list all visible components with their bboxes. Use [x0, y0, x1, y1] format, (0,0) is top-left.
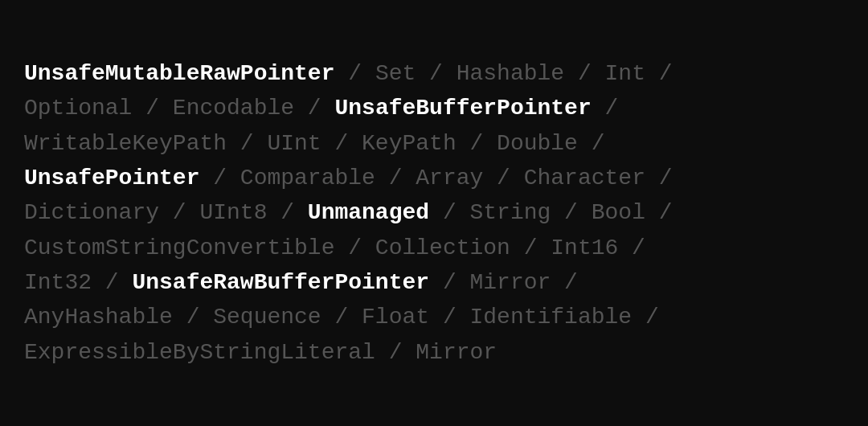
- dim-keyword: WritableKeyPath / UInt / KeyPath / Doubl…: [24, 131, 605, 156]
- bold-keyword: Unmanaged: [308, 200, 429, 225]
- dim-keyword: / Comparable / Array / Character /: [199, 166, 672, 190]
- bold-keyword: UnsafeMutableRawPointer: [24, 61, 334, 86]
- code-line: UnsafeMutableRawPointer / Set / Hashable…: [24, 56, 844, 91]
- code-line: AnyHashable / Sequence / Float / Identif…: [24, 300, 844, 334]
- dim-keyword: / Mirror /: [429, 270, 578, 295]
- code-line: Dictionary / UInt8 / Unmanaged / String …: [24, 195, 844, 230]
- dim-keyword: Optional / Encodable /: [24, 96, 334, 121]
- code-line: CustomStringConvertible / Collection / I…: [24, 231, 844, 265]
- dim-keyword: ExpressibleByStringLiteral / Mirror: [24, 340, 497, 365]
- code-display: UnsafeMutableRawPointer / Set / Hashable…: [0, 32, 868, 395]
- dim-keyword: CustomStringConvertible / Collection / I…: [24, 236, 645, 260]
- code-line: Int32 / UnsafeRawBufferPointer / Mirror …: [24, 265, 844, 300]
- dim-keyword: / Set / Hashable / Int /: [334, 61, 672, 86]
- code-line: ExpressibleByStringLiteral / Mirror: [24, 335, 844, 370]
- dim-keyword: Int32 /: [24, 270, 132, 295]
- bold-keyword: UnsafeRawBufferPointer: [132, 270, 429, 295]
- code-line: WritableKeyPath / UInt / KeyPath / Doubl…: [24, 126, 844, 161]
- dim-keyword: /: [592, 96, 619, 121]
- bold-keyword: UnsafePointer: [24, 166, 199, 190]
- code-line: Optional / Encodable / UnsafeBufferPoint…: [24, 91, 844, 125]
- bold-keyword: UnsafeBufferPointer: [334, 96, 591, 121]
- dim-keyword: / String / Bool /: [429, 200, 672, 225]
- dim-keyword: Dictionary / UInt8 /: [24, 200, 308, 225]
- code-line: UnsafePointer / Comparable / Array / Cha…: [24, 161, 844, 195]
- dim-keyword: AnyHashable / Sequence / Float / Identif…: [24, 305, 659, 330]
